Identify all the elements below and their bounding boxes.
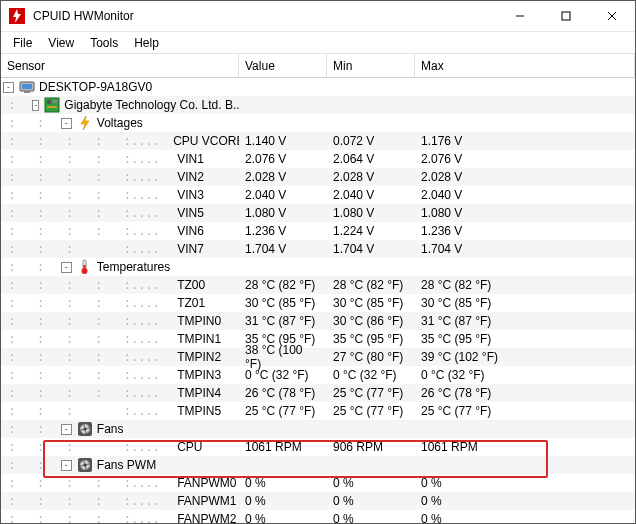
menu-view[interactable]: View bbox=[40, 34, 82, 52]
row-label: Fans PWM bbox=[97, 458, 156, 472]
value-cell: 30 °C (85 °F) bbox=[239, 296, 327, 310]
expand-toggle[interactable]: - bbox=[61, 460, 72, 471]
value-cell: 1.140 V bbox=[239, 134, 327, 148]
svg-rect-9 bbox=[53, 100, 57, 103]
svg-point-19 bbox=[83, 464, 86, 467]
row-label: Fans bbox=[97, 422, 124, 436]
app-title: CPUID HWMonitor bbox=[33, 9, 497, 23]
menu-bar: File View Tools Help bbox=[1, 32, 635, 54]
row-label: TMPIN3 bbox=[177, 368, 221, 382]
max-cell: 1.176 V bbox=[415, 134, 635, 148]
expand-toggle[interactable]: - bbox=[32, 100, 39, 111]
tree-lines: : : : : :.... bbox=[1, 294, 167, 312]
min-cell: 1.080 V bbox=[327, 206, 415, 220]
max-cell: 1.704 V bbox=[415, 242, 635, 256]
tree-fans[interactable]: : : -Fans bbox=[1, 420, 635, 438]
data-row[interactable]: : : : : :.... VIN61.236 V1.224 V1.236 V bbox=[1, 222, 635, 240]
title-bar[interactable]: CPUID HWMonitor bbox=[1, 1, 635, 32]
data-row[interactable]: : : : : :.... TZ0130 °C (85 °F)30 °C (85… bbox=[1, 294, 635, 312]
min-cell: 0 % bbox=[327, 476, 415, 490]
tree-fans-pwm[interactable]: : : -Fans PWM bbox=[1, 456, 635, 474]
expand-toggle[interactable]: - bbox=[61, 424, 72, 435]
expand-toggle[interactable]: - bbox=[61, 262, 72, 273]
data-row[interactable]: : : : : :.... VIN51.080 V1.080 V1.080 V bbox=[1, 204, 635, 222]
tree-temperatures[interactable]: : : -Temperatures bbox=[1, 258, 635, 276]
max-cell: 30 °C (85 °F) bbox=[415, 296, 635, 310]
data-row[interactable]: : : : : :.... FANPWM00 %0 %0 % bbox=[1, 474, 635, 492]
tree-lines: : : bbox=[1, 114, 59, 132]
row-label: Voltages bbox=[97, 116, 143, 130]
menu-file[interactable]: File bbox=[5, 34, 40, 52]
row-label: TMPIN4 bbox=[177, 386, 221, 400]
max-cell: 0 °C (32 °F) bbox=[415, 368, 635, 382]
minimize-button[interactable] bbox=[497, 1, 543, 32]
col-value[interactable]: Value bbox=[239, 54, 327, 78]
max-cell: 1061 RPM bbox=[415, 440, 635, 454]
data-row[interactable]: : : : : :.... TMPIN426 °C (78 °F)25 °C (… bbox=[1, 384, 635, 402]
col-sensor[interactable]: Sensor bbox=[1, 54, 239, 78]
svg-rect-10 bbox=[47, 106, 57, 108]
data-row[interactable]: : : : :.... VIN71.704 V1.704 V1.704 V bbox=[1, 240, 635, 258]
expand-toggle[interactable]: - bbox=[3, 82, 14, 93]
data-row[interactable]: : : : : :.... VIN12.076 V2.064 V2.076 V bbox=[1, 150, 635, 168]
expand-toggle[interactable]: - bbox=[61, 118, 72, 129]
svg-rect-13 bbox=[83, 265, 85, 271]
row-label: TMPIN2 bbox=[177, 350, 221, 364]
col-min[interactable]: Min bbox=[327, 54, 415, 78]
data-row[interactable]: : : : : :.... TZ0028 °C (82 °F)28 °C (82… bbox=[1, 276, 635, 294]
data-row[interactable]: : : : : :.... TMPIN238 °C (100 °F)27 °C … bbox=[1, 348, 635, 366]
close-button[interactable] bbox=[589, 1, 635, 32]
value-cell: 2.040 V bbox=[239, 188, 327, 202]
menu-help[interactable]: Help bbox=[126, 34, 167, 52]
data-row[interactable]: : : : :.... CPU1061 RPM906 RPM1061 RPM bbox=[1, 438, 635, 456]
svg-rect-1 bbox=[562, 12, 570, 20]
value-cell: 2.028 V bbox=[239, 170, 327, 184]
fan-icon bbox=[77, 457, 93, 473]
max-cell: 1.080 V bbox=[415, 206, 635, 220]
min-cell: 35 °C (95 °F) bbox=[327, 332, 415, 346]
value-cell: 26 °C (78 °F) bbox=[239, 386, 327, 400]
data-row[interactable]: : : : :.... TMPIN525 °C (77 °F)25 °C (77… bbox=[1, 402, 635, 420]
tree-lines: : bbox=[1, 96, 30, 114]
value-cell: 1.080 V bbox=[239, 206, 327, 220]
data-row[interactable]: : : : : :.... VIN32.040 V2.040 V2.040 V bbox=[1, 186, 635, 204]
tree-lines: : : : : :.... bbox=[1, 204, 167, 222]
min-cell: 30 °C (86 °F) bbox=[327, 314, 415, 328]
max-cell: 31 °C (87 °F) bbox=[415, 314, 635, 328]
max-cell: 0 % bbox=[415, 494, 635, 508]
value-cell: 0 % bbox=[239, 476, 327, 490]
data-row[interactable]: : : : : :.... FANPWM20 %0 %0 % bbox=[1, 510, 635, 523]
min-cell: 0 °C (32 °F) bbox=[327, 368, 415, 382]
tree-lines: : : : : :.... bbox=[1, 276, 167, 294]
max-cell: 28 °C (82 °F) bbox=[415, 278, 635, 292]
row-label: TZ01 bbox=[177, 296, 205, 310]
data-row[interactable]: : : : : :.... TMPIN30 °C (32 °F)0 °C (32… bbox=[1, 366, 635, 384]
data-row[interactable]: : : : : :.... FANPWM10 %0 %0 % bbox=[1, 492, 635, 510]
max-cell: 0 % bbox=[415, 512, 635, 523]
min-cell: 30 °C (85 °F) bbox=[327, 296, 415, 310]
col-max[interactable]: Max bbox=[415, 54, 635, 78]
tree-lines: : : : : :.... bbox=[1, 474, 167, 492]
data-row[interactable]: : : : : :.... TMPIN031 °C (87 °F)30 °C (… bbox=[1, 312, 635, 330]
row-label: VIN1 bbox=[177, 152, 204, 166]
data-row[interactable]: : : : : :.... CPU VCORE1.140 V0.072 V1.1… bbox=[1, 132, 635, 150]
row-label: VIN3 bbox=[177, 188, 204, 202]
tree-voltages[interactable]: : : -Voltages bbox=[1, 114, 635, 132]
tree-lines: : : : : :.... bbox=[1, 312, 167, 330]
min-cell: 0 % bbox=[327, 512, 415, 523]
tree-root[interactable]: -DESKTOP-9A18GV0 bbox=[1, 78, 635, 96]
menu-tools[interactable]: Tools bbox=[82, 34, 126, 52]
svg-rect-5 bbox=[22, 84, 32, 89]
row-label: FANPWM0 bbox=[177, 476, 236, 490]
tree-view[interactable]: -DESKTOP-9A18GV0 : -Gigabyte Technology … bbox=[1, 78, 635, 523]
temp-icon bbox=[77, 259, 93, 275]
value-cell: 0 % bbox=[239, 512, 327, 523]
max-cell: 2.028 V bbox=[415, 170, 635, 184]
tree-lines: : : : : :.... bbox=[1, 330, 167, 348]
row-label: FANPWM1 bbox=[177, 494, 236, 508]
min-cell: 25 °C (77 °F) bbox=[327, 404, 415, 418]
maximize-button[interactable] bbox=[543, 1, 589, 32]
data-row[interactable]: : : : : :.... VIN22.028 V2.028 V2.028 V bbox=[1, 168, 635, 186]
min-cell: 27 °C (80 °F) bbox=[327, 350, 415, 364]
tree-board[interactable]: : -Gigabyte Technology Co. Ltd. B... bbox=[1, 96, 635, 114]
